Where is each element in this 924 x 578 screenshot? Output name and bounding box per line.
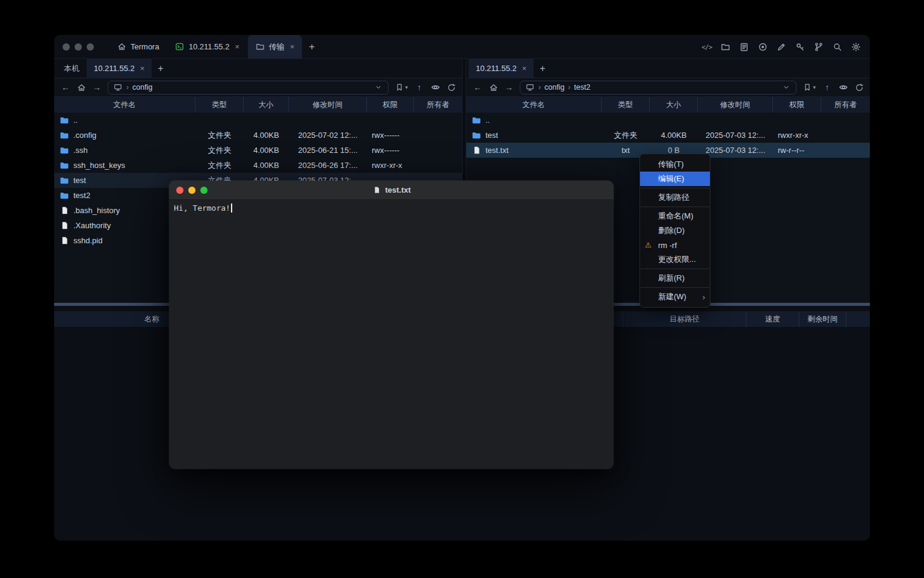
file-row[interactable]: test 文件夹 4.00KB 2025-07-03 12:... rwxr-x… — [466, 128, 870, 143]
maximize-window-button[interactable] — [87, 43, 94, 51]
cell-size: 4.00KB — [244, 128, 289, 143]
branch-icon[interactable] — [813, 42, 824, 52]
warning-icon: ⚠ — [645, 241, 651, 249]
menu-item-copy-path[interactable]: 复制路径 — [640, 190, 710, 205]
show-hidden-eye-button[interactable] — [431, 82, 440, 92]
menu-item-transfer[interactable]: 传输(T) — [640, 157, 710, 172]
cell-perms: rwxr-xr-x — [773, 128, 821, 143]
column-header[interactable]: 大小 — [650, 97, 698, 113]
menu-item-edit[interactable]: 编辑(E) — [640, 172, 710, 186]
back-button[interactable]: ← — [472, 82, 483, 92]
refresh-button[interactable] — [854, 82, 864, 92]
breadcrumb-segment[interactable]: config — [132, 83, 152, 92]
column-header[interactable]: 剩余时间 — [799, 311, 846, 327]
parent-dir-button[interactable]: ↑ — [414, 82, 425, 92]
cell-size: 4.00KB — [244, 143, 289, 158]
close-window-button[interactable] — [176, 187, 183, 194]
window-controls[interactable] — [63, 43, 94, 51]
breadcrumb-separator: › — [568, 83, 570, 92]
new-panel-tab-button[interactable]: + — [534, 59, 551, 78]
file-row[interactable]: .. — [54, 113, 462, 128]
breadcrumb-segment[interactable]: config — [544, 83, 564, 92]
minimize-window-button[interactable] — [75, 43, 82, 51]
bookmark-button[interactable]: ▾ — [803, 83, 816, 92]
edit-icon[interactable] — [776, 42, 787, 52]
column-header[interactable]: 修改时间 — [289, 97, 367, 113]
file-icon — [60, 206, 69, 216]
tab-local[interactable]: 本机 — [57, 59, 87, 78]
column-header[interactable]: 权限 — [367, 97, 414, 113]
column-header[interactable]: 文件名 — [466, 97, 602, 113]
column-header[interactable]: 大小 — [244, 97, 289, 113]
back-button[interactable]: ← — [60, 82, 71, 92]
column-header[interactable]: 速度 — [746, 311, 799, 327]
chevron-down-icon[interactable] — [374, 82, 383, 92]
file-row[interactable]: .ssh 文件夹 4.00KB 2025-06-21 15:... rwx---… — [54, 143, 462, 158]
menu-item-change-permissions[interactable]: 更改权限... — [640, 252, 710, 267]
home-icon — [117, 42, 126, 52]
column-header[interactable]: 文件名 — [54, 97, 196, 113]
file-row[interactable]: .. — [466, 113, 870, 128]
file-name: sshd.pid — [73, 236, 102, 245]
file-row[interactable]: .config 文件夹 4.00KB 2025-07-02 12:... rwx… — [54, 128, 462, 143]
column-header[interactable]: 修改时间 — [698, 97, 773, 113]
forward-button[interactable]: → — [91, 82, 102, 92]
log-icon[interactable] — [739, 42, 750, 52]
tab-remote-host[interactable]: 10.211.55.2 × — [87, 59, 152, 78]
editor-titlebar[interactable]: test.txt — [169, 181, 614, 200]
editor-window: test.txt Hi, Termora! — [169, 181, 614, 469]
terminal-icon — [175, 42, 185, 52]
close-tab-icon[interactable]: × — [290, 42, 295, 51]
search-icon[interactable] — [832, 42, 843, 52]
file-name: .. — [485, 116, 490, 125]
column-header[interactable]: 权限 — [773, 97, 821, 113]
refresh-button[interactable] — [446, 82, 456, 92]
menu-item-delete[interactable]: 删除(D) — [640, 223, 710, 238]
key-icon[interactable] — [795, 42, 805, 52]
left-path-bar[interactable]: › config — [108, 81, 389, 95]
settings-icon[interactable] — [851, 42, 861, 52]
close-tab-icon[interactable]: × — [235, 42, 239, 51]
close-tab-icon[interactable]: × — [140, 64, 145, 73]
editor-window-controls[interactable] — [176, 187, 208, 194]
close-window-button[interactable] — [63, 43, 70, 51]
new-tab-button[interactable]: + — [303, 35, 321, 58]
home-button[interactable] — [76, 82, 86, 92]
show-hidden-eye-button[interactable] — [839, 82, 848, 92]
code-icon[interactable]: </> — [701, 42, 712, 52]
tab-label: 10.211.55.2 — [189, 42, 230, 51]
tab-termora-home[interactable]: Termora — [109, 35, 167, 58]
menu-separator — [641, 269, 709, 269]
new-panel-tab-button[interactable]: + — [152, 59, 169, 78]
file-row[interactable]: ssh_host_keys 文件夹 4.00KB 2025-06-26 17:.… — [54, 158, 462, 173]
maximize-window-button[interactable] — [200, 187, 208, 194]
chevron-down-icon[interactable] — [781, 82, 791, 92]
cell-perms: rwxr-xr-x — [367, 158, 414, 173]
menu-item-rm-rf[interactable]: ⚠rm -rf — [640, 238, 710, 252]
column-header[interactable]: 所有者 — [414, 97, 462, 113]
menu-item-new[interactable]: 新建(W)› — [640, 290, 710, 304]
menu-item-refresh[interactable]: 刷新(R) — [640, 271, 710, 285]
column-header[interactable]: 类型 — [602, 97, 650, 113]
tab-remote-host[interactable]: 10.211.55.2 × — [469, 59, 534, 78]
home-button[interactable] — [488, 82, 498, 92]
column-header[interactable]: 所有者 — [821, 97, 870, 113]
forward-button[interactable]: → — [504, 82, 514, 92]
column-header[interactable]: 类型 — [196, 97, 244, 113]
tab-ssh-session[interactable]: 10.211.55.2 × — [168, 35, 247, 58]
bookmark-button[interactable]: ▾ — [395, 83, 408, 92]
tab-transfer[interactable]: 传输 × — [248, 35, 302, 58]
minimize-window-button[interactable] — [188, 187, 196, 194]
column-header[interactable]: 目标路径 — [623, 311, 746, 327]
folder-icon[interactable] — [720, 42, 731, 52]
parent-dir-button[interactable]: ↑ — [822, 82, 833, 92]
text-caret — [231, 204, 232, 213]
record-icon[interactable] — [757, 42, 768, 52]
menu-item-label: 更改权限... — [658, 254, 696, 265]
close-tab-icon[interactable]: × — [522, 64, 527, 73]
right-path-bar[interactable]: › config › test2 — [520, 81, 796, 95]
editor-content[interactable]: Hi, Termora! — [169, 200, 614, 216]
breadcrumb-segment[interactable]: test2 — [574, 83, 590, 92]
menu-item-rename[interactable]: 重命名(M) — [640, 209, 710, 223]
left-panel-tabs: 本机 10.211.55.2 × + — [54, 59, 462, 78]
